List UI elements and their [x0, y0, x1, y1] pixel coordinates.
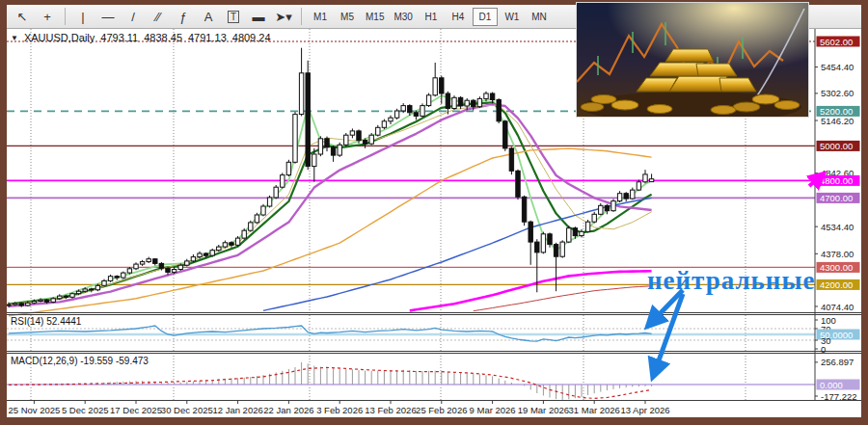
text-tool[interactable]: A [197, 7, 220, 26]
svg-text:4378.00: 4378.00 [821, 249, 854, 259]
macd-signal-line [9, 367, 652, 398]
crosshair-tool[interactable]: + [36, 7, 59, 26]
gold-bars-picture [576, 2, 809, 118]
mt4-window: { "window": { "frame_color": "#6e4130" }… [0, 0, 868, 425]
timeframe-m15[interactable]: M15 [362, 8, 388, 26]
ohlc-low: 4791.13 [188, 32, 227, 43]
svg-text:4800.00: 4800.00 [820, 175, 853, 186]
timeframe-h1[interactable]: H1 [419, 8, 444, 26]
svg-text:0: 0 [821, 344, 826, 355]
price-axis[interactable]: 5602.005454.405302.605200.005146.205000.… [815, 37, 860, 402]
date-label: 22 Jan 2026 [263, 405, 313, 415]
ema-slow-orchid [9, 104, 652, 306]
svg-text:5000.00: 5000.00 [820, 141, 853, 151]
svg-text:4074.40: 4074.40 [821, 302, 854, 312]
arrows-tool[interactable]: ➤▾ [272, 7, 295, 26]
svg-text:5146.20: 5146.20 [821, 116, 854, 126]
svg-text:256.897: 256.897 [821, 357, 854, 367]
timeframe-w1[interactable]: W1 [500, 8, 525, 26]
date-label: 25 Feb 2026 [416, 405, 467, 415]
chart-title: ▼ XAUUSD,Daily 4793.11 4838.45 4791.13 4… [11, 32, 271, 43]
svg-text:4200.00: 4200.00 [820, 279, 853, 290]
svg-text:0.000: 0.000 [820, 380, 843, 390]
ema-medium-darkgreen [9, 102, 652, 304]
timeframe-m30[interactable]: M30 [390, 8, 416, 26]
sma-red-slow [474, 286, 652, 311]
date-label: 13 Apr 2026 [620, 405, 669, 415]
sma-magenta-200 [410, 271, 652, 310]
date-label: 12 Jan 2026 [212, 405, 262, 415]
toolbar-separator [65, 8, 66, 25]
ohlc-open: 4793.11 [100, 32, 138, 43]
svg-text:4300.00: 4300.00 [820, 262, 853, 273]
fibonacci-tool[interactable]: ƒ [172, 7, 195, 26]
date-label: 17 Dec 2025 [110, 405, 162, 415]
svg-text:-177.222: -177.222 [821, 391, 857, 402]
rsi-indicator-label: RSI(14) 52.4441 [11, 316, 81, 327]
cursor-tool[interactable]: ↖ [11, 7, 34, 26]
svg-text:5454.40: 5454.40 [821, 62, 854, 72]
vertical-line-tool[interactable]: | [71, 7, 95, 26]
timeframe-h4[interactable]: H4 [446, 8, 471, 26]
horizontal-line-tool[interactable]: — [96, 7, 120, 26]
date-label: 31 Mar 2026 [569, 405, 620, 415]
ema-fast-lightgreen [9, 95, 652, 304]
timeframe-mn[interactable]: MN [527, 8, 552, 26]
timeframe-d1[interactable]: D1 [473, 8, 498, 26]
toolbar-separator [301, 8, 302, 25]
svg-text:5302.60: 5302.60 [821, 88, 854, 98]
timeframe-m5[interactable]: M5 [335, 8, 360, 26]
macd-histogram [9, 362, 652, 400]
date-label: 3 Feb 2026 [316, 405, 363, 415]
date-label: 25 Nov 2025 [8, 405, 60, 415]
symbol-dropdown-icon[interactable]: ▼ [11, 34, 18, 42]
equidistant-channel-tool[interactable]: ∕∕ [147, 7, 170, 26]
date-label: 9 Mar 2026 [470, 405, 516, 415]
date-label: 30 Dec 2025 [161, 405, 213, 415]
timeframe-m1[interactable]: M1 [308, 8, 333, 26]
text-label-tool[interactable]: T [222, 7, 245, 26]
ohlc-close: 4809.24 [232, 32, 271, 43]
svg-text:5602.00: 5602.00 [820, 37, 853, 47]
macd-indicator-label: MACD(12,26,9) -19.559 -59.473 [11, 356, 149, 366]
date-label: 19 Mar 2026 [518, 405, 569, 415]
svg-text:4700.00: 4700.00 [820, 193, 853, 203]
svg-text:4534.40: 4534.40 [821, 222, 854, 232]
date-label: 13 Feb 2026 [365, 405, 416, 415]
date-label: 5 Dec 2025 [62, 405, 109, 415]
ema-khaki [9, 105, 652, 305]
trendline-tool[interactable]: / [122, 7, 145, 26]
neutral-annotation-text: нейтральные [647, 266, 816, 296]
shapes-tool[interactable]: ▬ [247, 7, 270, 26]
symbol-label: XAUUSD,Daily [24, 32, 95, 43]
time-axis[interactable]: 25 Nov 20255 Dec 202517 Dec 202530 Dec 2… [8, 401, 669, 415]
ohlc-high: 4838.45 [144, 32, 182, 43]
